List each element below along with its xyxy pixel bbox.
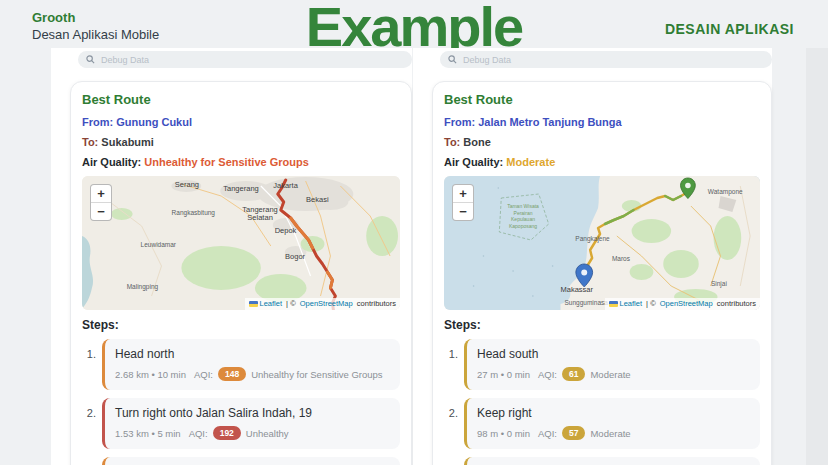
map-label: Sungguminasa — [565, 298, 608, 305]
map-label: Sinjai — [711, 280, 727, 287]
cropped-phone-edge — [806, 48, 828, 465]
step-item: 1. Head north 2.68 km • 10 minAQI:148Unh… — [82, 339, 400, 390]
aqi-category: Unhealthy — [246, 428, 289, 439]
search-bar[interactable] — [78, 51, 412, 68]
aqi-category: Unhealthy for Sensitive Groups — [251, 369, 382, 380]
from-line: From: Gunung Cukul — [82, 116, 400, 128]
step-title: Head north — [115, 347, 390, 361]
step-item: 3. Turn sharp left 69 m • 0 minAQI:75Mod… — [444, 457, 760, 465]
map-tiles — [444, 176, 760, 310]
card-title: Best Route — [444, 92, 760, 107]
step-distance: 27 m • 0 min — [477, 369, 530, 380]
steps-heading: Steps: — [82, 318, 400, 332]
aqi-badge: 57 — [562, 426, 585, 440]
map-label: Rangkasbitung — [172, 209, 215, 216]
step-item: 2. Keep right 98 m • 0 minAQI:57Moderate — [444, 398, 760, 449]
map-label: Bekasi — [306, 194, 329, 203]
flag-icon — [609, 301, 618, 307]
flag-icon — [249, 301, 258, 307]
map-label: Watampone — [708, 187, 743, 194]
zoom-out-button[interactable]: − — [91, 203, 111, 220]
steps-list: 1. Head north 2.68 km • 10 minAQI:148Unh… — [82, 339, 400, 465]
step-distance: 2.68 km • 10 min — [115, 369, 186, 380]
map-label: Serang — [175, 180, 199, 189]
aqi-category: Moderate — [590, 369, 630, 380]
card-title: Best Route — [82, 92, 400, 107]
steps-heading: Steps: — [444, 318, 760, 332]
marine-park-label: Taman Wisata Perairan Kepulauan Kapoposa… — [504, 203, 542, 229]
leaflet-link[interactable]: Leaflet — [620, 299, 643, 308]
search-input[interactable] — [461, 54, 764, 66]
search-bar[interactable] — [440, 51, 772, 68]
brand-name: Grooth — [32, 10, 75, 25]
search-input[interactable] — [99, 54, 404, 66]
step-distance: 1.53 km • 5 min — [115, 428, 181, 439]
air-quality-line: Air Quality: Moderate — [444, 156, 760, 168]
map-zoom-control: + − — [452, 184, 474, 221]
route-map-right[interactable]: Watampone Pangkajene Maros Makassar Sung… — [444, 176, 760, 310]
air-quality-value: Moderate — [506, 156, 555, 168]
osm-link[interactable]: OpenStreetMap — [300, 299, 353, 308]
air-quality-line: Air Quality: Unhealthy for Sensitive Gro… — [82, 156, 400, 168]
step-title: Turn right onto Jalan Salira Indah, 19 — [115, 406, 390, 420]
aqi-badge: 61 — [562, 367, 585, 381]
phone-screen-right: Best Route From: Jalan Metro Tanjung Bun… — [413, 48, 772, 465]
search-icon — [86, 55, 95, 64]
zoom-in-button[interactable]: + — [91, 185, 111, 203]
map-attribution: Leaflet | © OpenStreetMap contributors — [245, 298, 401, 310]
map-label: Bogor — [285, 252, 305, 261]
aqi-badge: 148 — [218, 367, 246, 381]
step-title: Keep right — [477, 406, 750, 420]
steps-list: 1. Head south 27 m • 0 minAQI:61Moderate… — [444, 339, 760, 465]
map-zoom-control: + − — [90, 184, 112, 221]
page-header: Grooth Desan Aplikasi Mobile Example DES… — [0, 0, 828, 48]
zoom-out-button[interactable]: − — [453, 203, 473, 220]
phone-screen-left: Best Route From: Gunung Cukul To: Sukabu… — [51, 48, 412, 465]
step-item: 1. Head south 27 m • 0 minAQI:61Moderate — [444, 339, 760, 390]
step-distance: 98 m • 0 min — [477, 428, 530, 439]
map-label: Pangkajene — [575, 234, 609, 241]
step-item: 2. Turn right onto Jalan Salira Indah, 1… — [82, 398, 400, 449]
map-label: Maros — [612, 254, 630, 261]
leaflet-link[interactable]: Leaflet — [260, 299, 283, 308]
brand-subtitle: Desan Aplikasi Mobile — [32, 27, 159, 42]
map-tiles — [82, 176, 400, 310]
map-label: Depok — [275, 225, 297, 234]
step-item: 3. Turn right 2.61 km • 9 minAQI:125Unhe… — [82, 457, 400, 465]
map-label: Jakarta — [273, 181, 298, 190]
zoom-in-button[interactable]: + — [453, 185, 473, 203]
best-route-card: Best Route From: Jalan Metro Tanjung Bun… — [432, 81, 772, 465]
route-map-left[interactable]: Serang Tangerang Jakarta Bekasi Tangeran… — [82, 176, 400, 310]
to-line: To: Bone — [444, 136, 760, 148]
search-icon — [448, 55, 457, 64]
aqi-badge: 192 — [213, 426, 241, 440]
best-route-card: Best Route From: Gunung Cukul To: Sukabu… — [70, 81, 412, 465]
map-label: Tangerang Selatan — [237, 206, 283, 223]
aqi-category: Moderate — [590, 428, 630, 439]
osm-link[interactable]: OpenStreetMap — [660, 299, 713, 308]
map-label: Malingping — [127, 282, 158, 289]
to-line: To: Sukabumi — [82, 136, 400, 148]
step-title: Head south — [477, 347, 750, 361]
map-attribution: Leaflet | © OpenStreetMap contributors — [605, 298, 761, 310]
air-quality-value: Unhealthy for Sensitive Groups — [144, 156, 308, 168]
map-label: Makassar — [560, 284, 593, 293]
map-label: Leuwidamar — [141, 241, 176, 248]
map-label: Tangerang — [223, 184, 258, 193]
header-right-title: DESAIN APLIKASI — [665, 21, 794, 37]
from-line: From: Jalan Metro Tanjung Bunga — [444, 116, 760, 128]
